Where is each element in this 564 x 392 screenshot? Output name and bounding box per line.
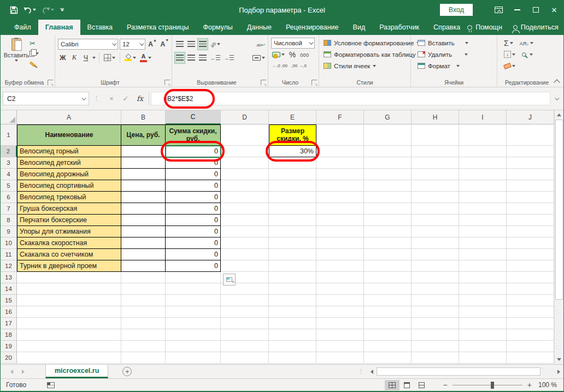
cell-C11[interactable]: 0 [166, 249, 221, 260]
cell-F2[interactable] [316, 146, 364, 157]
cell-D8[interactable] [221, 215, 269, 226]
format-as-table-button[interactable]: Форматировать как таблицу [324, 49, 409, 60]
cell-F15[interactable] [316, 295, 364, 306]
save-button[interactable] [8, 5, 20, 15]
cell-B8[interactable] [121, 215, 166, 226]
cell-J2[interactable] [507, 146, 554, 157]
cell-B12[interactable] [121, 260, 166, 272]
cell-D15[interactable] [221, 295, 269, 306]
close-button[interactable]: × [545, 0, 563, 20]
sort-dropdown-icon[interactable] [530, 42, 533, 44]
cell-I18[interactable] [459, 329, 507, 341]
row-header-18[interactable]: 18 [1, 329, 17, 341]
cell-D6[interactable] [221, 192, 269, 203]
undo-dropdown-icon[interactable] [33, 9, 36, 11]
conditional-formatting-button[interactable]: Условное форматирование [324, 37, 409, 49]
cell-J1[interactable] [507, 124, 554, 146]
expand-formula-bar-button[interactable] [550, 97, 562, 100]
cell-F9[interactable] [316, 226, 364, 237]
merge-center-button[interactable] [251, 52, 266, 63]
assistant-button[interactable]: Помощн [467, 23, 502, 31]
fill-button[interactable] [503, 49, 516, 60]
cell-D1[interactable] [221, 124, 269, 146]
cell-B1[interactable]: Цена, руб. [121, 124, 166, 146]
scroll-right-button[interactable] [554, 367, 563, 376]
row-header-16[interactable]: 16 [1, 306, 17, 318]
cell-C9[interactable]: 0 [166, 226, 221, 237]
cell-I3[interactable] [459, 157, 507, 169]
cell-A18[interactable] [17, 329, 121, 341]
row-header-17[interactable]: 17 [1, 318, 17, 329]
cell-G10[interactable] [364, 237, 412, 249]
tab-page-layout[interactable]: Разметка страницы [120, 20, 196, 35]
clipboard-dialog-launcher[interactable] [48, 80, 53, 85]
cell-C13[interactable] [166, 272, 221, 283]
cell-I8[interactable] [459, 215, 507, 226]
cell-A19[interactable] [17, 341, 121, 352]
cell-F13[interactable] [316, 272, 364, 283]
view-page-layout-button[interactable] [400, 380, 414, 390]
maximize-button[interactable] [526, 0, 545, 20]
cell-J7[interactable] [507, 203, 554, 215]
enter-button[interactable]: ✓ [119, 94, 133, 103]
autosum-button[interactable] [503, 38, 514, 49]
cell-A5[interactable]: Велосипед спортивный [17, 180, 121, 192]
cell-H1[interactable] [412, 124, 459, 146]
cell-A15[interactable] [17, 295, 121, 306]
paste-button[interactable]: Вставить [3, 37, 30, 68]
cell-B20[interactable] [121, 352, 166, 364]
cell-A1[interactable]: Наименование [17, 124, 121, 146]
decrease-decimal-button[interactable] [290, 60, 308, 70]
minimize-button[interactable] [508, 0, 526, 20]
cell-H19[interactable] [412, 341, 459, 352]
cell-E10[interactable] [269, 237, 316, 249]
cell-B4[interactable] [121, 169, 166, 180]
cell-E14[interactable] [269, 283, 316, 295]
column-header-A[interactable]: A [17, 110, 121, 124]
accounting-format-button[interactable] [271, 49, 286, 60]
cell-F1[interactable] [316, 124, 364, 146]
cell-G8[interactable] [364, 215, 412, 226]
cancel-button[interactable]: × [104, 94, 119, 103]
tab-review[interactable]: Рецензирование [279, 20, 346, 35]
cell-E15[interactable] [269, 295, 316, 306]
cell-E19[interactable] [269, 341, 316, 352]
cell-I14[interactable] [459, 283, 507, 295]
font-dialog-launcher[interactable] [164, 80, 170, 85]
cell-I12[interactable] [459, 260, 507, 272]
cell-F11[interactable] [316, 249, 364, 260]
cell-J20[interactable] [507, 352, 554, 364]
cell-D9[interactable] [221, 226, 269, 237]
percent-style-button[interactable] [287, 49, 297, 60]
row-header-1[interactable]: 1 [1, 124, 17, 146]
ribbon-display-options-button[interactable] [489, 0, 508, 20]
cell-A9[interactable]: Упоры для отжимания [17, 226, 121, 237]
cell-I7[interactable] [459, 203, 507, 215]
tab-home[interactable]: Главная [38, 20, 80, 35]
row-header-14[interactable]: 14 [1, 283, 17, 295]
cell-C15[interactable] [166, 295, 221, 306]
cell-D7[interactable] [221, 203, 269, 215]
cell-E9[interactable] [269, 226, 316, 237]
cell-H20[interactable] [412, 352, 459, 364]
vertical-scroll-track[interactable] [555, 300, 563, 355]
cell-H5[interactable] [412, 180, 459, 192]
cell-B16[interactable] [121, 306, 166, 318]
cell-J13[interactable] [507, 272, 554, 283]
cell-C19[interactable] [166, 341, 221, 352]
cell-D18[interactable] [221, 329, 269, 341]
cell-J14[interactable] [507, 283, 554, 295]
cell-A10[interactable]: Скакалка скоростная [17, 237, 121, 249]
tab-view[interactable]: Вид [346, 20, 373, 35]
cell-D11[interactable] [221, 249, 269, 260]
row-header-15[interactable]: 15 [1, 295, 17, 306]
row-header-2[interactable]: 2 [1, 146, 17, 157]
column-header-E[interactable]: E [269, 110, 316, 124]
sheet-nav-next-icon[interactable] [22, 370, 25, 374]
font-color-dropdown-icon[interactable] [148, 57, 151, 59]
cell-F18[interactable] [316, 329, 364, 341]
bold-button[interactable]: Ж [58, 52, 68, 63]
cell-G5[interactable] [364, 180, 412, 192]
cell-C12[interactable]: 0 [166, 260, 221, 272]
cell-styles-button[interactable]: Стили ячеек [324, 60, 409, 72]
